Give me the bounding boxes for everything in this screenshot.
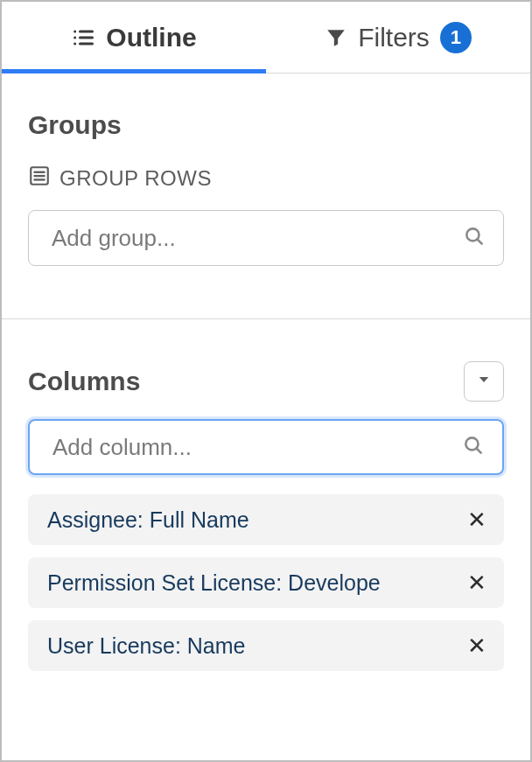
column-chip[interactable]: Permission Set License: Develope ✕ <box>28 557 504 608</box>
tab-filters[interactable]: Filters 1 <box>266 2 530 73</box>
search-icon <box>463 225 486 251</box>
column-chip[interactable]: Assignee: Full Name ✕ <box>28 494 504 545</box>
columns-section: Columns Assignee: Full Name <box>2 319 530 671</box>
svg-point-2 <box>74 42 76 45</box>
add-column-input[interactable] <box>51 433 462 462</box>
close-icon[interactable]: ✕ <box>464 570 490 597</box>
tab-filters-label: Filters <box>358 23 430 52</box>
svg-line-13 <box>476 448 480 452</box>
columns-options-button[interactable] <box>464 361 504 402</box>
svg-rect-8 <box>34 175 46 177</box>
close-icon[interactable]: ✕ <box>464 507 490 534</box>
groups-section: Groups GROUP ROWS <box>2 73 530 319</box>
tab-outline-label: Outline <box>106 23 196 52</box>
tabbar: Outline Filters 1 <box>2 2 530 73</box>
svg-rect-9 <box>34 178 46 180</box>
close-icon[interactable]: ✕ <box>464 633 490 660</box>
column-chip-label: Permission Set License: Develope <box>47 570 464 596</box>
search-icon <box>462 434 485 460</box>
sidebar-panel: Outline Filters 1 Groups GR <box>0 0 532 762</box>
add-group-field[interactable] <box>28 210 504 266</box>
groups-title: Groups <box>28 110 504 140</box>
active-tab-indicator <box>2 69 266 73</box>
chevron-down-icon <box>476 372 492 391</box>
svg-rect-7 <box>34 171 46 173</box>
group-rows-subheader: GROUP ROWS <box>28 164 504 192</box>
column-chips: Assignee: Full Name ✕ Permission Set Lic… <box>28 494 504 671</box>
funnel-icon <box>325 26 347 49</box>
column-chip-label: User License: Name <box>47 633 464 659</box>
svg-point-1 <box>74 36 76 38</box>
add-group-input[interactable] <box>50 224 463 253</box>
group-rows-label: GROUP ROWS <box>60 166 212 191</box>
svg-line-11 <box>477 239 481 243</box>
filters-count-badge: 1 <box>440 22 472 53</box>
column-chip-label: Assignee: Full Name <box>47 507 464 533</box>
columns-title: Columns <box>28 367 140 396</box>
list-icon <box>71 25 95 50</box>
rows-icon <box>28 164 51 192</box>
svg-point-0 <box>74 30 76 32</box>
column-chip[interactable]: User License: Name ✕ <box>28 620 504 671</box>
add-column-field[interactable] <box>28 419 504 475</box>
tab-outline[interactable]: Outline <box>2 2 266 73</box>
